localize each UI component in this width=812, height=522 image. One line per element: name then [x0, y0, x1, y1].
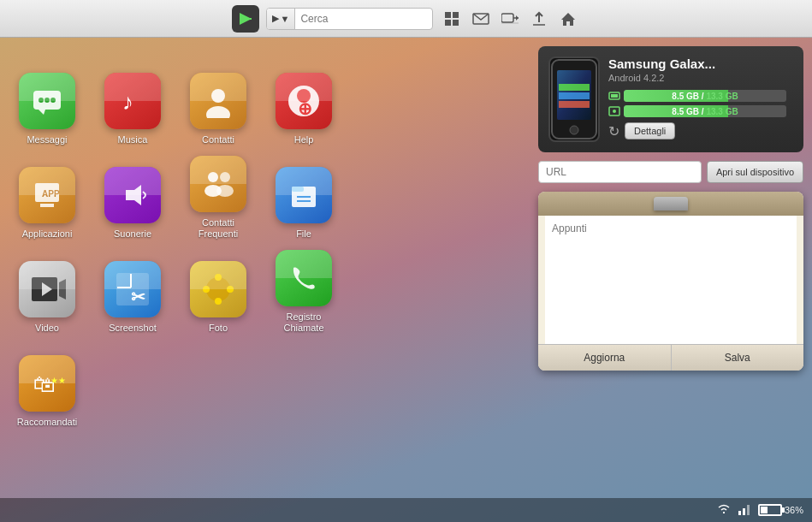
notes-clip — [654, 197, 688, 211]
svg-point-46 — [203, 286, 210, 293]
device-actions: ↻ Dettagli — [608, 122, 793, 139]
app-label-help: Help — [294, 134, 314, 145]
battery-percentage: 36% — [785, 505, 803, 515]
svg-point-47 — [227, 286, 234, 293]
app-label-contatti: Contatti — [202, 134, 234, 145]
app-item-chiamate[interactable]: Registro Chiamate — [265, 243, 342, 337]
device-card: Samsung Galax... Android 4.2.2 8.5 GB / … — [538, 46, 803, 152]
app-label-musica: Musica — [118, 134, 148, 145]
play-button[interactable]: ▶ ▼ — [267, 9, 296, 29]
svg-point-28 — [208, 172, 218, 182]
app-item-contatti[interactable]: Contatti — [180, 55, 257, 149]
svg-rect-53 — [559, 84, 590, 91]
svg-rect-24 — [35, 183, 59, 202]
svg-rect-33 — [292, 187, 304, 192]
search-input[interactable] — [295, 13, 432, 25]
svg-rect-55 — [559, 101, 590, 108]
app-item-screenshot[interactable]: ✂ Screenshot — [94, 243, 171, 337]
app-label-applicazioni: Applicazioni — [22, 228, 73, 240]
url-bar-row: Apri sul dispositivo — [538, 161, 803, 183]
svg-point-60 — [613, 110, 616, 113]
notes-textarea[interactable] — [552, 222, 790, 334]
notes-paper — [545, 216, 797, 344]
apri-button[interactable]: Apri sul dispositivo — [707, 161, 803, 183]
signal-icon — [738, 503, 751, 518]
app-item-applicazioni[interactable]: APP Applicazioni — [9, 149, 86, 243]
app-item-contatti-freq[interactable]: Contatti Frequenti — [180, 149, 257, 243]
app-label-messaggi: Messaggi — [27, 134, 67, 145]
svg-rect-3 — [453, 12, 459, 18]
svg-text:APP: APP — [42, 189, 60, 199]
app-label-contatti-freq: Contatti Frequenti — [199, 217, 238, 240]
storage-row-1: 8.5 GB / 13.3 GB — [608, 90, 793, 102]
svg-point-20 — [206, 106, 230, 118]
app-item-video[interactable]: Video — [9, 243, 86, 337]
transfer-icon[interactable] — [498, 7, 522, 31]
storage-bar-1: 8.5 GB / 13.3 GB — [624, 90, 786, 102]
svg-rect-25 — [40, 204, 54, 207]
bottombar: 36% — [0, 498, 812, 522]
svg-point-22 — [297, 89, 311, 103]
app-item-help[interactable]: ⊕ Help — [265, 55, 342, 149]
app-item-raccomandati[interactable]: 🛍 ★★★ Raccomandati — [9, 337, 86, 431]
svg-point-56 — [570, 126, 578, 134]
svg-rect-5 — [453, 20, 459, 26]
app-label-raccomandati: Raccomandati — [17, 417, 77, 428]
grid-icon[interactable] — [440, 7, 464, 31]
topbar: ▶ ▼ — [0, 0, 812, 38]
notes-panel: Aggiorna Salva — [538, 192, 803, 371]
notes-save-button[interactable]: Salva — [672, 345, 804, 371]
svg-marker-14 — [39, 110, 45, 115]
upload-icon[interactable] — [527, 7, 551, 31]
svg-text:⊕: ⊕ — [298, 99, 312, 118]
device-info: Samsung Galax... Android 4.2.2 8.5 GB / … — [608, 56, 793, 139]
email-icon[interactable] — [469, 7, 493, 31]
app-label-screenshot: Screenshot — [109, 323, 157, 334]
svg-rect-58 — [611, 94, 618, 98]
right-panel: Samsung Galax... Android 4.2.2 8.5 GB / … — [538, 46, 803, 371]
storage-row-2: 8.5 GB / 13.3 GB — [608, 105, 793, 117]
notes-update-button[interactable]: Aggiorna — [538, 345, 672, 371]
battery-box — [758, 504, 782, 516]
svg-marker-27 — [126, 185, 141, 205]
notes-top — [538, 192, 803, 216]
app-item-foto[interactable]: Foto — [180, 243, 257, 337]
app-item-messaggi[interactable]: Messaggi — [9, 55, 86, 149]
svg-marker-37 — [59, 279, 66, 300]
svg-rect-2 — [445, 12, 451, 18]
play-icon: ▶ — [272, 13, 279, 24]
svg-point-45 — [215, 298, 222, 305]
url-input[interactable] — [538, 161, 702, 183]
app-label-suonerie: Suonerie — [114, 228, 151, 240]
device-image — [548, 56, 600, 142]
battery-fill — [761, 507, 768, 513]
app-item-musica[interactable]: ♪ Musica — [94, 55, 171, 149]
home-icon[interactable] — [556, 7, 580, 31]
svg-text:★★★: ★★★ — [50, 376, 66, 385]
notes-actions: Aggiorna Salva — [538, 344, 803, 371]
svg-marker-12 — [561, 13, 575, 26]
play-arrow: ▼ — [281, 14, 290, 24]
app-label-file: File — [296, 228, 311, 240]
app-item-file[interactable]: File — [265, 149, 342, 243]
topbar-icons — [440, 7, 580, 31]
dettagli-button[interactable]: Dettagli — [625, 122, 675, 139]
refresh-icon[interactable]: ↻ — [608, 123, 619, 139]
svg-point-16 — [44, 98, 50, 103]
svg-rect-54 — [559, 92, 590, 99]
svg-point-44 — [215, 274, 222, 281]
app-item-suonerie[interactable]: Suonerie — [94, 149, 171, 243]
svg-rect-4 — [445, 20, 451, 26]
svg-rect-62 — [743, 508, 745, 515]
main-content: Messaggi ♪ Musica Co — [0, 38, 812, 498]
app-logo — [232, 5, 259, 33]
svg-point-30 — [220, 172, 230, 182]
svg-text:✂: ✂ — [131, 288, 145, 306]
search-area: ▶ ▼ — [266, 8, 434, 30]
svg-point-17 — [50, 98, 56, 103]
wifi-icon — [717, 503, 731, 518]
device-android: Android 4.2.2 — [608, 73, 793, 83]
app-label-video: Video — [35, 323, 59, 334]
app-label-foto: Foto — [209, 323, 228, 334]
svg-point-31 — [216, 185, 234, 197]
